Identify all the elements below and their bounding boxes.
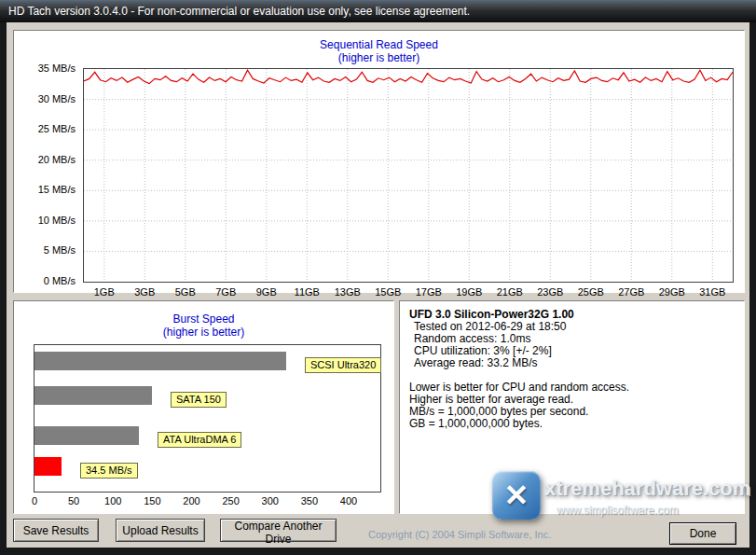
sequential-read-line bbox=[84, 70, 733, 83]
burst-bar-label: SATA 150 bbox=[171, 392, 227, 408]
sequential-read-svg bbox=[84, 69, 733, 282]
y-axis-tick-label: 20 MB/s bbox=[16, 154, 76, 165]
x-axis-tick-label: 31GB bbox=[692, 286, 733, 298]
burst-speed-panel: Burst Speed (higher is better) SCSI Ultr… bbox=[13, 300, 394, 514]
x-axis-tick-label: 7GB bbox=[205, 286, 246, 298]
x-axis-tick-label: 25GB bbox=[570, 286, 612, 298]
x-axis-tick-label: 3GB bbox=[124, 286, 165, 298]
x-axis-tick-label: 21GB bbox=[489, 286, 530, 298]
burst-axis-tick-label: 100 bbox=[99, 495, 127, 506]
drive-stat-line: Average read: 33.2 MB/s bbox=[409, 357, 735, 369]
x-axis-tick-label: 9GB bbox=[246, 286, 287, 298]
burst-bar-label: 34.5 MB/s bbox=[80, 463, 138, 479]
x-axis-tick-label: 19GB bbox=[448, 286, 489, 298]
burst-axis-tick-label: 350 bbox=[296, 495, 323, 506]
x-axis-tick-label: 23GB bbox=[529, 286, 570, 298]
note-line: GB = 1,000,000,000 bytes. bbox=[409, 418, 735, 430]
burst-axis-tick-label: 200 bbox=[178, 495, 206, 506]
watermark-text: xtremehardware.com bbox=[544, 477, 750, 501]
burst-chart-title: Burst Speed bbox=[14, 312, 393, 326]
watermark: ✕ xtremehardware.com www.simplisoftware.… bbox=[488, 466, 754, 534]
burst-bar bbox=[34, 352, 286, 370]
sequential-plot bbox=[83, 68, 734, 283]
y-axis-tick-label: 0 MB/s bbox=[16, 275, 76, 286]
burst-bar bbox=[34, 386, 152, 405]
y-axis-tick-label: 25 MB/s bbox=[16, 123, 76, 134]
x-axis-tick-label: 27GB bbox=[611, 286, 652, 298]
y-axis-tick-label: 30 MB/s bbox=[16, 93, 76, 104]
burst-plot: SCSI Ultra320SATA 150ATA UltraDMA 634.5 … bbox=[34, 344, 381, 493]
x-axis-tick-label: 5GB bbox=[165, 286, 206, 298]
y-axis-tick-label: 10 MB/s bbox=[16, 215, 76, 226]
notes: Lower is better for CPU and random acces… bbox=[409, 382, 735, 430]
burst-axis-tick-label: 50 bbox=[60, 495, 88, 506]
compare-another-drive-button[interactable]: Compare Another Drive bbox=[220, 519, 337, 542]
sequential-read-panel: Sequential Read Speed (higher is better)… bbox=[13, 30, 745, 293]
save-results-button[interactable]: Save Results bbox=[13, 519, 99, 542]
burst-bar bbox=[34, 426, 139, 445]
x-axis-tick-label: 17GB bbox=[408, 286, 449, 298]
y-axis-tick-label: 15 MB/s bbox=[16, 184, 76, 195]
burst-axis-tick-label: 250 bbox=[217, 495, 245, 506]
x-axis-tick-label: 15GB bbox=[367, 286, 408, 298]
burst-axis-tick-label: 0 bbox=[21, 495, 48, 506]
window-title: HD Tach version 3.0.4.0 - For non-commer… bbox=[8, 5, 470, 18]
y-axis-tick-label: 5 MB/s bbox=[16, 244, 76, 256]
burst-axis-tick-label: 300 bbox=[256, 495, 284, 506]
burst-bar bbox=[34, 457, 62, 476]
xtremehardware-logo-icon: ✕ bbox=[492, 471, 541, 520]
burst-bar-label: SCSI Ultra320 bbox=[305, 357, 381, 373]
burst-axis-tick-label: 150 bbox=[138, 495, 166, 506]
drive-stats: Tested on 2012-06-29 at 18:50Random acce… bbox=[409, 321, 735, 369]
x-axis-tick-label: 1GB bbox=[84, 286, 125, 298]
sequential-chart-title: Sequential Read Speed bbox=[14, 38, 744, 51]
x-axis-tick-label: 11GB bbox=[286, 286, 327, 298]
hdtach-window: HD Tach version 3.0.4.0 - For non-commer… bbox=[0, 0, 756, 555]
sequential-chart-subtitle: (higher is better) bbox=[14, 51, 744, 64]
burst-bar-label: ATA UltraDMA 6 bbox=[158, 432, 241, 448]
titlebar[interactable]: HD Tach version 3.0.4.0 - For non-commer… bbox=[0, 0, 756, 22]
x-axis-tick-label: 29GB bbox=[652, 286, 693, 298]
watermark-subtext: www.simplisoftware.com bbox=[557, 504, 679, 517]
burst-chart-subtitle: (higher is better) bbox=[14, 326, 393, 339]
upload-results-button[interactable]: Upload Results bbox=[116, 519, 205, 542]
y-axis-tick-label: 35 MB/s bbox=[16, 62, 76, 74]
burst-axis-tick-label: 400 bbox=[335, 495, 363, 506]
x-axis-tick-label: 13GB bbox=[327, 286, 368, 298]
